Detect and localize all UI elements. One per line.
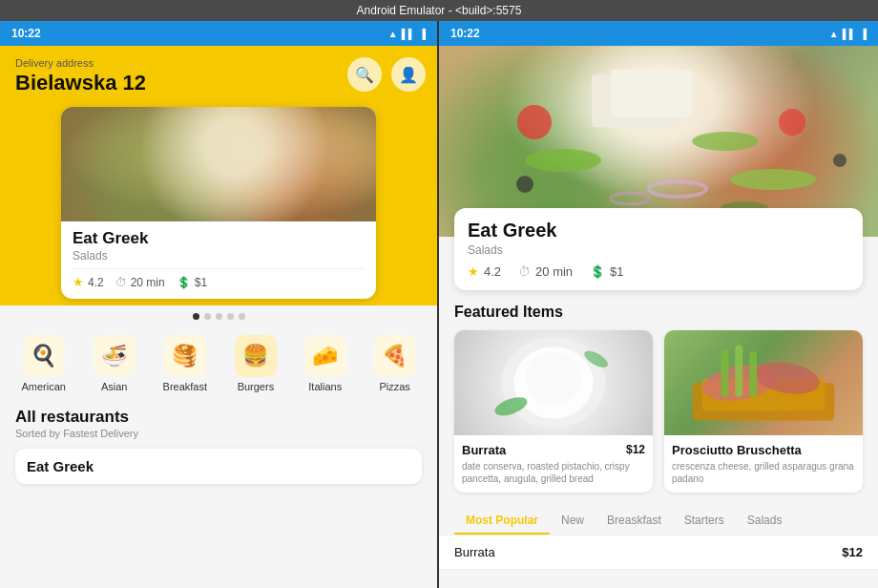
featured-card-title: Eat Greek: [73, 229, 365, 248]
time-right: 10:22: [450, 27, 829, 40]
menu-item-name-burrata: Burrata: [454, 545, 842, 559]
breakfast-label: Breakfast: [163, 381, 207, 392]
svg-point-10: [611, 193, 649, 204]
status-icons-left: ▲ ▌▌ ▐: [388, 29, 426, 39]
svg-rect-23: [749, 351, 757, 397]
restaurant-name: Eat Greek: [27, 458, 410, 474]
rating-value: 4.2: [88, 276, 104, 289]
restaurant-info-card: Eat Greek Salads ★ 4.2 ⏱ 20 min 💲 $1: [454, 208, 863, 290]
item-card-bruschetta[interactable]: Prosciutto Bruschetta crescenza cheese, …: [664, 330, 863, 493]
featured-items-title: Featured Items: [454, 304, 863, 321]
burrata-name: Burrata: [462, 443, 645, 457]
price-value-right: $1: [610, 264, 623, 279]
featured-card-image: [61, 107, 376, 221]
category-breakfast[interactable]: 🥞 Breakfast: [163, 335, 207, 392]
american-icon: 🍳: [23, 335, 65, 377]
card-meta: ★ 4.2 ⏱ 20 min 💲 $1: [73, 275, 365, 289]
svg-point-9: [649, 181, 706, 197]
tab-starters[interactable]: Starters: [673, 508, 736, 535]
time-meta-right: ⏱ 20 min: [518, 264, 573, 279]
burrata-info: $12 Burrata date conserva, roasted pista…: [454, 435, 653, 493]
restaurants-section: All restaurants Sorted by Fastest Delive…: [0, 398, 437, 490]
price-icon: 💲: [177, 276, 191, 289]
time-value-right: 20 min: [535, 264, 573, 279]
category-asian[interactable]: 🍜 Asian: [94, 335, 136, 392]
burrata-svg: [454, 330, 653, 435]
pizzas-icon: 🍕: [374, 335, 416, 377]
dot-2[interactable]: [204, 313, 211, 320]
burrata-desc: date conserva, roasted pistachio, crispy…: [462, 460, 645, 485]
signal-icon-right: ▌▌: [843, 29, 856, 39]
category-burgers[interactable]: 🍔 Burgers: [235, 335, 277, 392]
pizzas-label: Pizzas: [379, 381, 409, 392]
svg-point-7: [516, 176, 533, 193]
rest-info-sub: Salads: [468, 243, 849, 257]
featured-card-info: Eat Greek Salads ★ 4.2 ⏱ 20 min �: [61, 221, 376, 299]
bruschetta-svg: [664, 330, 863, 435]
burrata-image: [454, 330, 653, 435]
menu-item-burrata[interactable]: Burrata $12: [439, 536, 878, 570]
tab-new[interactable]: New: [550, 508, 596, 535]
star-icon-right: ★: [468, 264, 479, 279]
dot-1[interactable]: [193, 313, 199, 320]
time-left: 10:22: [11, 27, 388, 40]
bruschetta-info: Prosciutto Bruschetta crescenza cheese, …: [664, 435, 863, 493]
header-icons: 🔍 👤: [347, 57, 426, 92]
wifi-icon-right: ▲: [829, 29, 839, 39]
breakfast-icon: 🥞: [164, 335, 206, 377]
price-meta: 💲 $1: [177, 276, 207, 289]
profile-button[interactable]: 👤: [391, 57, 426, 92]
svg-point-14: [525, 351, 581, 404]
featured-items-section: Featured Items: [439, 290, 878, 500]
categories-row: 🍳 American 🍜 Asian 🥞 Breakfast 🍔 Burgers…: [0, 326, 437, 398]
restaurant-item-eat-greek[interactable]: Eat Greek: [15, 449, 422, 484]
burgers-icon: 🍔: [235, 335, 277, 377]
burrata-price: $12: [626, 443, 645, 456]
left-panel: 10:22 ▲ ▌▌ ▐ Delivery address Bielawska …: [0, 21, 439, 588]
right-panel: 10:22 ▲ ▌▌ ▐: [439, 21, 878, 588]
category-italians[interactable]: 🧀 Italians: [304, 335, 346, 392]
wifi-icon: ▲: [388, 29, 398, 39]
signal-icon: ▌▌: [402, 29, 415, 39]
star-icon: ★: [73, 275, 84, 289]
svg-point-3: [692, 132, 759, 151]
bruschetta-image: [664, 330, 863, 435]
tab-breakfast[interactable]: Breaskfast: [596, 508, 673, 535]
svg-point-8: [833, 154, 847, 167]
price-meta-right: 💲 $1: [590, 264, 623, 279]
menu-item-price-burrata: $12: [842, 545, 863, 559]
dot-3[interactable]: [216, 313, 222, 320]
bruschetta-desc: crescenza cheese, grilled asparagus gran…: [672, 460, 855, 485]
svg-rect-22: [735, 345, 742, 396]
burgers-label: Burgers: [238, 381, 275, 392]
carousel-dots: [0, 313, 437, 320]
asian-label: Asian: [101, 381, 128, 392]
battery-icon: ▐: [419, 29, 426, 39]
category-pizzas[interactable]: 🍕 Pizzas: [374, 335, 416, 392]
category-american[interactable]: 🍳 American: [21, 335, 65, 392]
featured-area: Eat Greek Salads ★ 4.2 ⏱ 20 min �: [0, 95, 437, 305]
dot-4[interactable]: [227, 313, 234, 320]
featured-card-subtitle: Salads: [73, 249, 365, 262]
rating-value-right: 4.2: [484, 264, 501, 279]
time-value: 20 min: [131, 276, 165, 289]
bruschetta-name: Prosciutto Bruschetta: [672, 443, 855, 457]
item-card-burrata[interactable]: $12 Burrata date conserva, roasted pista…: [454, 330, 653, 493]
search-button[interactable]: 🔍: [347, 57, 382, 92]
svg-rect-1: [611, 70, 692, 117]
rest-info-meta: ★ 4.2 ⏱ 20 min 💲 $1: [468, 264, 849, 279]
svg-point-5: [517, 105, 552, 139]
featured-card[interactable]: Eat Greek Salads ★ 4.2 ⏱ 20 min �: [61, 107, 376, 299]
rest-info-title: Eat Greek: [468, 220, 849, 242]
asian-icon: 🍜: [94, 335, 136, 377]
tab-most-popular[interactable]: Most Popular: [454, 508, 550, 535]
price-value: $1: [195, 276, 207, 289]
rating-meta-right: ★ 4.2: [468, 264, 501, 279]
american-label: American: [21, 381, 65, 392]
dot-5[interactable]: [239, 313, 245, 320]
clock-icon-right: ⏱: [518, 264, 531, 279]
tab-salads[interactable]: Salads: [736, 508, 794, 535]
card-divider: [73, 268, 365, 269]
italians-label: Italians: [308, 381, 342, 392]
svg-point-6: [779, 109, 805, 136]
